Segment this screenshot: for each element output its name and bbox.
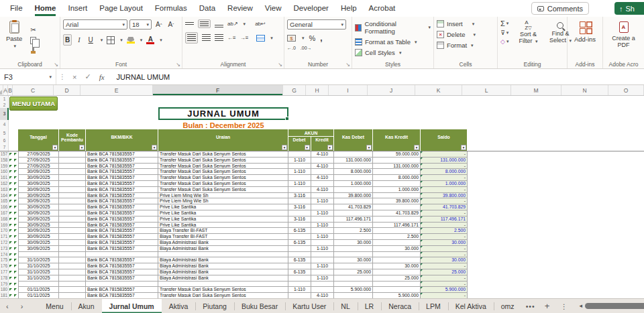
row-header-7[interactable]: 7 <box>0 144 9 151</box>
cell-saldo[interactable]: - <box>421 187 468 193</box>
cell-akun-kredit[interactable] <box>311 158 334 164</box>
cell-kas-kredit[interactable]: 1.000.000 <box>373 187 421 193</box>
cell-kas-debet[interactable] <box>334 210 373 216</box>
cell-kode-pembantu[interactable] <box>59 246 86 252</box>
grow-font-button[interactable]: A^ <box>154 20 164 29</box>
row-header-157[interactable]: 157 <box>0 151 9 158</box>
cell-akun-kredit[interactable] <box>311 193 334 199</box>
row-header-5[interactable]: 5 <box>0 129 9 137</box>
cell-akun-kredit[interactable]: 1-110 <box>311 198 334 204</box>
cell-kode-pembantu[interactable] <box>59 164 86 170</box>
filter-icon[interactable]: ▾ <box>305 145 310 150</box>
cell-saldo[interactable]: - <box>421 252 468 258</box>
wrap-text-button[interactable]: ab↩ <box>255 21 266 27</box>
cell-tanggal[interactable]: 30/09/2025 <box>18 204 59 210</box>
menu-tab-review[interactable]: Review <box>221 0 259 17</box>
cell-akun-debet[interactable]: 3-116 <box>288 216 311 223</box>
delete-cells-button[interactable]: × Delete▾ <box>437 31 494 38</box>
cell-kas-kredit[interactable] <box>373 169 421 175</box>
cell-akun-debet[interactable]: 6-135 <box>288 240 311 246</box>
header-kas-kredit[interactable]: Kas Kredit ▾ <box>373 129 421 151</box>
cell-uraian[interactable]: Transfer Masuk Dari Suka Senyum Sentos <box>158 187 288 193</box>
sheet-tab-omz[interactable]: omz <box>494 299 522 313</box>
cell-saldo[interactable]: 25.000 <box>421 269 468 275</box>
cell-akun-kredit[interactable] <box>311 269 334 275</box>
cell-kas-debet[interactable] <box>334 223 373 229</box>
sheet-tab-kel-aktiva[interactable]: Kel Aktiva <box>448 299 494 313</box>
paste-button[interactable]: Paste ▾ <box>3 19 25 58</box>
cell-kode-pembantu[interactable] <box>59 263 86 269</box>
cell-kas-debet[interactable] <box>334 151 373 158</box>
cell-kas-debet[interactable]: 131.000.000 <box>334 158 373 164</box>
comments-button[interactable]: Comments <box>531 2 589 15</box>
cell-kas-kredit[interactable] <box>373 281 421 288</box>
cell-akun-kredit[interactable]: 4-110 <box>311 164 334 170</box>
sheet-tab-jurnal-umum[interactable]: Jurnal Umum <box>102 299 162 313</box>
row-header-175[interactable]: 175 <box>0 257 9 263</box>
cell-saldo[interactable]: 5.900.000 <box>421 287 468 293</box>
insert-function-button[interactable]: fx <box>95 73 109 81</box>
cell-kas-debet[interactable] <box>334 164 373 170</box>
cell-kode-pembantu[interactable] <box>59 287 86 293</box>
font-color-button[interactable]: A <box>146 36 154 44</box>
more-sheets-icon[interactable]: ••• <box>522 302 539 310</box>
shrink-font-button[interactable]: Aˇ <box>166 20 176 29</box>
cell-bkm-bkk[interactable]: Bank BCA 7815835557 <box>86 293 158 298</box>
addins-button[interactable]: Add-ins <box>570 21 600 43</box>
cell-kas-debet[interactable] <box>334 246 373 252</box>
cell-tanggal[interactable]: 30/09/2025 <box>18 181 59 187</box>
header-bkm-bkk[interactable]: BKM/BKK ▾ <box>86 129 158 151</box>
cell-akun-kredit[interactable] <box>311 181 334 187</box>
format-as-table-button[interactable]: Format as Table▾ <box>355 38 431 46</box>
cell-tanggal[interactable]: 01/11/2025 <box>18 287 59 293</box>
cell-uraian[interactable]: Biaya Transfer BI-FAST <box>158 234 288 240</box>
number-format-combo[interactable]: General▾ <box>287 19 346 29</box>
cell-bkm-bkk[interactable]: Bank BCA 7815835557 <box>86 181 158 187</box>
cell-saldo[interactable]: 30.000 <box>421 257 468 263</box>
cell-uraian[interactable]: Transfer Masuk Dari Suka Senyum Sentos <box>158 169 288 175</box>
cell-kode-pembantu[interactable] <box>59 187 86 193</box>
column-header-l[interactable]: L <box>462 85 511 95</box>
cell-akun-debet[interactable]: 1-110 <box>288 287 311 293</box>
cell-tanggal[interactable]: 30/09/2025 <box>18 175 59 181</box>
cell-bkm-bkk[interactable]: Bank BCA 7815835557 <box>86 269 158 275</box>
cell-kode-pembantu[interactable] <box>59 275 86 281</box>
filter-icon[interactable]: ▾ <box>461 145 466 150</box>
cancel-entry-button[interactable]: × <box>68 73 80 81</box>
cell-akun-kredit[interactable] <box>311 228 334 234</box>
cell-kas-debet[interactable]: 41.703.829 <box>334 204 373 210</box>
cell-kas-kredit[interactable]: 5.900.000 <box>373 293 421 298</box>
cell-uraian[interactable] <box>158 281 288 288</box>
cell-kas-kredit[interactable] <box>373 287 421 293</box>
row-header-3[interactable]: 3 <box>0 108 9 120</box>
row-header-170[interactable]: 170 <box>0 228 9 234</box>
align-middle-button[interactable] <box>198 19 211 28</box>
cell-kas-debet[interactable]: 8.000.000 <box>334 169 373 175</box>
cell-tanggal[interactable]: 30/09/2025 <box>18 223 59 229</box>
cell-uraian[interactable]: Transfer Masuk Dari Suka Senyum Sentos <box>158 175 288 181</box>
increase-indent-button[interactable]: →≡ <box>240 35 249 41</box>
row-header-164[interactable]: 164 <box>0 193 9 199</box>
sheet-tab-aktiva[interactable]: Aktiva <box>162 299 196 313</box>
cell-bkm-bkk[interactable]: Bank BCA 7815835557 <box>86 257 158 263</box>
cell-akun-debet[interactable]: 1-110 <box>288 181 311 187</box>
cell-kas-kredit[interactable] <box>373 252 421 258</box>
cell-akun-kredit[interactable] <box>311 252 334 258</box>
cell-kode-pembantu[interactable] <box>59 257 86 263</box>
cell-bkm-bkk[interactable]: Bank BCA 7815835557 <box>86 287 158 293</box>
menu-tab-file[interactable]: File <box>4 0 29 17</box>
cell-akun-debet[interactable]: 1-110 <box>288 158 311 164</box>
cell-saldo[interactable]: - <box>421 281 468 288</box>
cell-uraian[interactable]: Biaya Administrasi Bank <box>158 263 288 269</box>
cell-kas-debet[interactable] <box>334 234 373 240</box>
cell-kas-debet[interactable]: 5.900.000 <box>334 287 373 293</box>
cell-kas-debet[interactable]: 2.500 <box>334 228 373 234</box>
cell-tanggal[interactable]: 30/09/2025 <box>18 216 59 223</box>
cell-kas-debet[interactable] <box>334 263 373 269</box>
filter-icon[interactable]: ▾ <box>152 145 157 150</box>
cell-kas-kredit[interactable]: 41.703.829 <box>373 210 421 216</box>
cell-bkm-bkk[interactable]: Bank BCA 7815835557 <box>86 169 158 175</box>
row-header-6[interactable]: 6 <box>0 137 9 144</box>
increase-decimal-button[interactable]: ←.0 <box>287 46 296 50</box>
cell-saldo[interactable]: - <box>421 223 468 229</box>
